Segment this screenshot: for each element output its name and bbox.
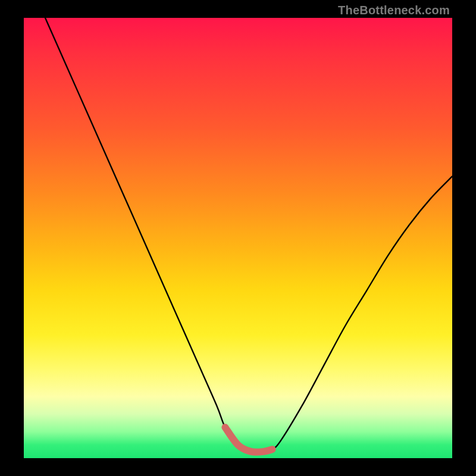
watermark-label: TheBottleneck.com xyxy=(338,4,450,17)
plot-area xyxy=(24,18,452,458)
bottleneck-flat-accent xyxy=(225,427,272,452)
bottleneck-curve xyxy=(45,18,452,452)
chart-frame: TheBottleneck.com xyxy=(0,0,476,476)
curve-svg xyxy=(24,18,452,458)
